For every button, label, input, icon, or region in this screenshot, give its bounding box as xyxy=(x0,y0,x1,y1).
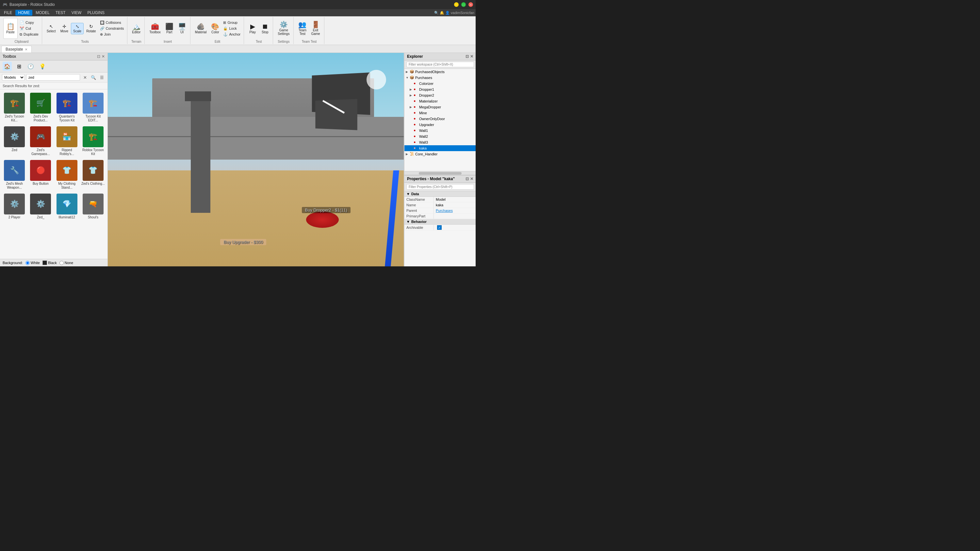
tree-item-dropper2[interactable]: ▶ ● Dropper2 xyxy=(404,92,476,98)
menu-plugins[interactable]: PLUGINS xyxy=(84,10,107,16)
group-button[interactable]: ⊞ Group xyxy=(222,20,242,25)
list-item[interactable]: 👕 Zed's Clothing... xyxy=(81,159,105,191)
ui-button[interactable]: 🖥️ UI xyxy=(176,22,188,35)
toolbox-button[interactable]: 🧰 Toolbox xyxy=(147,22,162,35)
move-button[interactable]: ✛ Move xyxy=(59,23,70,34)
explorer-filter-input[interactable] xyxy=(406,62,474,67)
list-item[interactable]: 🛒 Zed's Dev Product... xyxy=(28,91,53,124)
bg-none-radio[interactable] xyxy=(59,261,64,265)
properties-close-icon[interactable]: ✕ xyxy=(470,176,473,181)
menu-file[interactable]: FILE xyxy=(1,10,15,16)
tree-item-colorizer[interactable]: ● Colorizer xyxy=(404,81,476,86)
list-item[interactable]: 🏪 Ripped Robby's... xyxy=(54,125,80,157)
play-button[interactable]: ▶ Play xyxy=(247,22,258,35)
search-submit-button[interactable]: 🔍 xyxy=(90,74,97,81)
bg-white-option[interactable]: White xyxy=(25,261,40,265)
cut-button[interactable]: ✂️ Cut xyxy=(18,26,40,31)
team-test-button[interactable]: 👥 TeamTest xyxy=(296,20,309,37)
menu-home[interactable]: HOME xyxy=(15,10,32,16)
part-button[interactable]: ⬛ Part xyxy=(163,22,175,35)
tab-baseplate[interactable]: Baseplate ✕ xyxy=(1,46,32,52)
explorer-float-icon[interactable]: ⊡ xyxy=(466,54,469,59)
paste-button[interactable]: 📋 Paste xyxy=(3,18,18,39)
tree-item-owneronlydoor[interactable]: ● OwnerOnlyDoor xyxy=(404,116,476,122)
prop-section-data[interactable]: ▼ Data xyxy=(404,191,476,197)
list-item[interactable]: ⚙️ Zed_ xyxy=(28,192,53,221)
menu-model[interactable]: MODEL xyxy=(33,10,52,16)
duplicate-button[interactable]: ⧉ Duplicate xyxy=(18,32,40,37)
archivable-checkbox[interactable]: ✓ xyxy=(437,225,442,230)
tree-item-upgrader[interactable]: ● Upgrader xyxy=(404,122,476,128)
exit-game-button[interactable]: 🚪 ExitGame xyxy=(309,20,322,37)
list-item[interactable]: ⚙️ 2 Player xyxy=(2,192,27,221)
toolbox-tab-grid[interactable]: ⊞ xyxy=(14,62,24,71)
collisions-button[interactable]: 🔲 Collisions xyxy=(99,20,126,25)
material-button[interactable]: 🪨 Material xyxy=(193,22,209,35)
tree-item-dropper1[interactable]: ▶ ● Dropper1 xyxy=(404,86,476,92)
list-item[interactable]: 🏗️ Tycoon Kit EDIT... xyxy=(81,91,105,124)
constraints-button[interactable]: 🔗 Constraints xyxy=(99,26,126,31)
explorer-scrollbar[interactable] xyxy=(404,171,476,175)
tree-item-megadropper[interactable]: ▶ ● MegaDropper xyxy=(404,104,476,110)
list-item[interactable]: 🔴 Buy Button xyxy=(28,159,53,191)
tree-item-core-handler[interactable]: ▶ 📜 Core_Handler xyxy=(404,151,476,157)
tree-item-wall3[interactable]: ● Wall3 xyxy=(404,140,476,145)
list-item[interactable]: 🔧 Zed's Mesh Weapon... xyxy=(2,159,27,191)
list-item[interactable]: 🔫 Shoul's xyxy=(81,192,105,221)
list-item[interactable]: 🏗️ Roblox Tycoon Kit xyxy=(81,125,105,157)
close-button[interactable]: ✕ xyxy=(468,2,473,7)
user-account[interactable]: 🔍 🔔 👤 vadimSonicfan xyxy=(434,11,474,15)
lock-button[interactable]: 🔒 Lock xyxy=(222,26,242,31)
game-settings-button[interactable]: ⚙️ GameSettings xyxy=(276,20,291,37)
menu-view[interactable]: VIEW xyxy=(69,10,84,16)
tab-close-button[interactable]: ✕ xyxy=(25,48,27,51)
stop-button[interactable]: ⏹ Stop xyxy=(259,22,271,35)
prop-section-behavior[interactable]: ▼ Behavior xyxy=(404,219,476,225)
copy-button[interactable]: 📄 Copy xyxy=(18,20,40,25)
search-input[interactable] xyxy=(26,74,80,81)
tree-item-purchases[interactable]: ▼ 📦 Purchases xyxy=(404,75,476,81)
toolbox-close-icon[interactable]: ✕ xyxy=(102,54,105,59)
list-item[interactable]: 🏗️ Quantam's Tycoon Kit xyxy=(54,91,80,124)
properties-float-icon[interactable]: ⊡ xyxy=(466,176,469,181)
list-item[interactable]: 💎 Illuminati12 xyxy=(54,192,80,221)
minimize-button[interactable]: ─ xyxy=(454,2,459,7)
editor-button[interactable]: 🏔️ Editor xyxy=(130,22,142,35)
search-filter-button[interactable]: ☰ xyxy=(98,74,105,81)
toolbox-tab-recent[interactable]: 🕐 xyxy=(26,62,35,71)
menu-test[interactable]: TEST xyxy=(53,10,68,16)
list-item[interactable]: ⚙️ Zed xyxy=(2,125,27,157)
anchor-button[interactable]: ⚓ Anchor xyxy=(222,32,242,37)
game-settings-icon: ⚙️ xyxy=(280,21,288,28)
search-clear-button[interactable]: ✕ xyxy=(81,74,89,81)
toolbox-tab-light[interactable]: 💡 xyxy=(38,62,47,71)
bg-none-option[interactable]: None xyxy=(59,261,73,265)
tree-item-kaka[interactable]: ● kaka xyxy=(404,145,476,151)
toolbox-tab-home[interactable]: 🏠 xyxy=(3,62,12,71)
title-bar-controls[interactable]: ─ □ ✕ xyxy=(454,2,473,7)
tree-item-wall2[interactable]: ● Wall2 xyxy=(404,133,476,140)
rotate-button[interactable]: ↻ Rotate xyxy=(84,23,98,34)
list-item[interactable]: 🎮 Zed's Gamepass... xyxy=(28,125,53,157)
maximize-button[interactable]: □ xyxy=(461,2,466,7)
properties-filter-input[interactable] xyxy=(406,184,474,190)
scale-button[interactable]: ⤡ Scale xyxy=(71,23,84,34)
bg-white-radio[interactable] xyxy=(25,261,30,265)
tree-item-purchasedobjects[interactable]: ▶ 📦 PurchasedObjects xyxy=(404,69,476,75)
tree-item-mine[interactable]: ● Mine xyxy=(404,110,476,116)
join-button[interactable]: ⊕ Join xyxy=(99,32,126,37)
search-type-select[interactable]: Models Plugins Decals Meshes Audio xyxy=(2,74,25,81)
bg-black-option[interactable]: Black xyxy=(43,260,57,265)
select-button[interactable]: ↖ Select xyxy=(45,23,58,34)
toolbox-float-icon[interactable]: ⊡ xyxy=(97,54,100,59)
scrollbar-thumb[interactable] xyxy=(419,172,461,175)
tree-item-materializer[interactable]: ● Materializer xyxy=(404,98,476,104)
prop-value-parent[interactable]: Purchases xyxy=(434,208,476,213)
list-item[interactable]: 🏗️ Zed's Tycoon Kit... xyxy=(2,91,27,124)
color-button[interactable]: 🎨 Color xyxy=(209,22,221,35)
prop-section-arrow: ▼ xyxy=(406,220,410,224)
list-item[interactable]: 👕 My Clothing Stand... xyxy=(54,159,80,191)
viewport[interactable]: Buy Dropper2 - $1(11) Buy Upgrader - $30… xyxy=(108,53,404,266)
tree-item-wall1[interactable]: ● Wall1 xyxy=(404,128,476,133)
explorer-close-icon[interactable]: ✕ xyxy=(470,54,473,59)
